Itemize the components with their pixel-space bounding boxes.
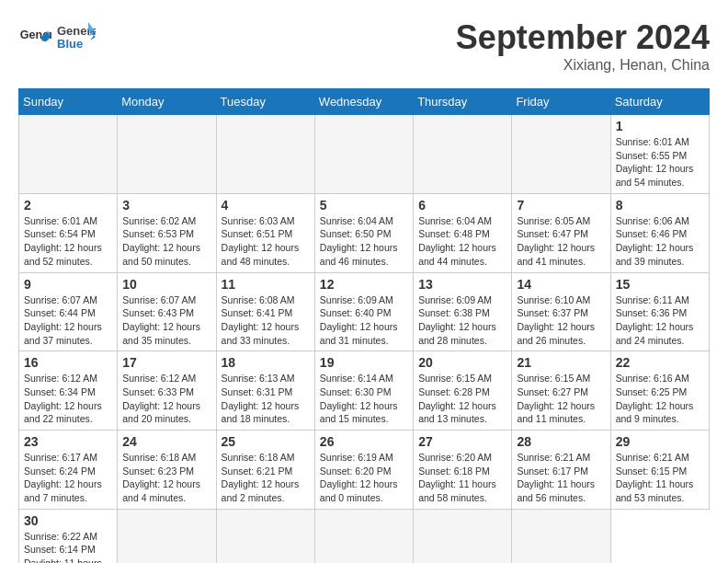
day-info: Sunrise: 6:19 AM Sunset: 6:20 PM Dayligh…: [320, 451, 408, 505]
day-cell-11: 11Sunrise: 6:08 AM Sunset: 6:41 PM Dayli…: [216, 272, 314, 351]
day-cell-4: 4Sunrise: 6:03 AM Sunset: 6:51 PM Daylig…: [216, 193, 314, 272]
day-cell-29: 29Sunrise: 6:21 AM Sunset: 6:15 PM Dayli…: [610, 431, 709, 510]
empty-day-cell: [512, 509, 610, 563]
day-cell-15: 15Sunrise: 6:11 AM Sunset: 6:36 PM Dayli…: [610, 272, 709, 351]
day-number: 1: [616, 119, 704, 133]
day-number: 3: [122, 198, 210, 213]
day-cell-26: 26Sunrise: 6:19 AM Sunset: 6:20 PM Dayli…: [314, 431, 413, 510]
calendar-row: 2Sunrise: 6:01 AM Sunset: 6:54 PM Daylig…: [19, 193, 710, 272]
day-info: Sunrise: 6:02 AM Sunset: 6:53 PM Dayligh…: [122, 214, 210, 269]
day-number: 21: [517, 355, 605, 370]
day-cell-6: 6Sunrise: 6:04 AM Sunset: 6:48 PM Daylig…: [414, 193, 512, 272]
weekday-header-row: SundayMondayTuesdayWednesdayThursdayFrid…: [19, 89, 710, 115]
day-cell-19: 19Sunrise: 6:14 AM Sunset: 6:30 PM Dayli…: [314, 351, 413, 431]
day-number: 4: [222, 198, 310, 213]
day-number: 9: [24, 277, 112, 292]
day-cell-9: 9Sunrise: 6:07 AM Sunset: 6:44 PM Daylig…: [19, 272, 118, 351]
day-info: Sunrise: 6:06 AM Sunset: 6:46 PM Dayligh…: [616, 214, 704, 269]
day-number: 2: [24, 198, 112, 213]
day-info: Sunrise: 6:11 AM Sunset: 6:36 PM Dayligh…: [616, 293, 704, 348]
day-info: Sunrise: 6:01 AM Sunset: 6:54 PM Dayligh…: [24, 214, 112, 269]
day-cell-20: 20Sunrise: 6:15 AM Sunset: 6:28 PM Dayli…: [414, 351, 512, 431]
day-number: 6: [418, 198, 506, 213]
day-info: Sunrise: 6:21 AM Sunset: 6:15 PM Dayligh…: [616, 451, 704, 505]
day-info: Sunrise: 6:07 AM Sunset: 6:44 PM Dayligh…: [24, 293, 112, 348]
weekday-header-tuesday: Tuesday: [216, 89, 314, 115]
day-info: Sunrise: 6:09 AM Sunset: 6:40 PM Dayligh…: [320, 293, 408, 348]
day-info: Sunrise: 6:08 AM Sunset: 6:41 PM Dayligh…: [222, 293, 310, 348]
empty-day-cell: [512, 115, 610, 194]
day-cell-5: 5Sunrise: 6:04 AM Sunset: 6:50 PM Daylig…: [314, 193, 413, 272]
day-cell-24: 24Sunrise: 6:18 AM Sunset: 6:23 PM Dayli…: [118, 431, 216, 510]
calendar-row: 16Sunrise: 6:12 AM Sunset: 6:34 PM Dayli…: [19, 351, 710, 431]
day-number: 24: [122, 434, 210, 449]
day-info: Sunrise: 6:09 AM Sunset: 6:38 PM Dayligh…: [418, 293, 506, 348]
day-cell-1: 1Sunrise: 6:01 AM Sunset: 6:55 PM Daylig…: [610, 115, 709, 194]
day-info: Sunrise: 6:17 AM Sunset: 6:24 PM Dayligh…: [24, 451, 112, 505]
day-info: Sunrise: 6:07 AM Sunset: 6:43 PM Dayligh…: [122, 293, 210, 348]
day-cell-23: 23Sunrise: 6:17 AM Sunset: 6:24 PM Dayli…: [19, 431, 118, 510]
general-blue-logo-svg: General Blue: [55, 18, 96, 59]
logo: General General Blue: [18, 18, 96, 59]
weekday-header-friday: Friday: [512, 89, 610, 115]
day-info: Sunrise: 6:21 AM Sunset: 6:17 PM Dayligh…: [517, 451, 605, 505]
empty-day-cell: [118, 509, 216, 563]
day-info: Sunrise: 6:04 AM Sunset: 6:48 PM Dayligh…: [418, 214, 506, 269]
day-number: 5: [320, 198, 408, 213]
calendar-table: SundayMondayTuesdayWednesdayThursdayFrid…: [18, 88, 710, 563]
day-number: 16: [24, 355, 112, 370]
day-cell-27: 27Sunrise: 6:20 AM Sunset: 6:18 PM Dayli…: [414, 431, 512, 510]
day-info: Sunrise: 6:05 AM Sunset: 6:47 PM Dayligh…: [517, 214, 605, 269]
empty-day-cell: [414, 115, 512, 194]
day-info: Sunrise: 6:12 AM Sunset: 6:33 PM Dayligh…: [122, 372, 210, 426]
weekday-header-wednesday: Wednesday: [314, 89, 413, 115]
day-info: Sunrise: 6:20 AM Sunset: 6:18 PM Dayligh…: [418, 451, 506, 505]
day-cell-16: 16Sunrise: 6:12 AM Sunset: 6:34 PM Dayli…: [19, 351, 118, 431]
calendar-row: 9Sunrise: 6:07 AM Sunset: 6:44 PM Daylig…: [19, 272, 710, 351]
day-number: 25: [222, 434, 310, 449]
day-cell-12: 12Sunrise: 6:09 AM Sunset: 6:40 PM Dayli…: [314, 272, 413, 351]
day-info: Sunrise: 6:12 AM Sunset: 6:34 PM Dayligh…: [24, 372, 112, 426]
weekday-header-saturday: Saturday: [610, 89, 709, 115]
day-cell-10: 10Sunrise: 6:07 AM Sunset: 6:43 PM Dayli…: [118, 272, 216, 351]
month-title: September 2024: [456, 18, 710, 57]
title-area: September 2024 Xixiang, Henan, China: [456, 18, 710, 74]
day-cell-25: 25Sunrise: 6:18 AM Sunset: 6:21 PM Dayli…: [216, 431, 314, 510]
day-cell-28: 28Sunrise: 6:21 AM Sunset: 6:17 PM Dayli…: [512, 431, 610, 510]
location: Xixiang, Henan, China: [456, 57, 710, 74]
day-number: 12: [320, 277, 408, 292]
day-info: Sunrise: 6:22 AM Sunset: 6:14 PM Dayligh…: [24, 530, 112, 563]
empty-day-cell: [216, 115, 314, 194]
calendar-body: 1Sunrise: 6:01 AM Sunset: 6:55 PM Daylig…: [19, 115, 710, 564]
day-number: 13: [418, 277, 506, 292]
day-info: Sunrise: 6:01 AM Sunset: 6:55 PM Dayligh…: [616, 135, 704, 190]
day-info: Sunrise: 6:04 AM Sunset: 6:50 PM Dayligh…: [320, 214, 408, 269]
empty-day-cell: [19, 115, 118, 194]
day-number: 30: [24, 513, 112, 528]
calendar-row: 1Sunrise: 6:01 AM Sunset: 6:55 PM Daylig…: [19, 115, 710, 194]
day-number: 22: [616, 355, 704, 370]
day-number: 19: [320, 355, 408, 370]
day-cell-18: 18Sunrise: 6:13 AM Sunset: 6:31 PM Dayli…: [216, 351, 314, 431]
day-info: Sunrise: 6:14 AM Sunset: 6:30 PM Dayligh…: [320, 372, 408, 426]
day-number: 11: [222, 277, 310, 292]
day-number: 20: [418, 355, 506, 370]
day-number: 14: [517, 277, 605, 292]
day-cell-14: 14Sunrise: 6:10 AM Sunset: 6:37 PM Dayli…: [512, 272, 610, 351]
day-cell-21: 21Sunrise: 6:15 AM Sunset: 6:27 PM Dayli…: [512, 351, 610, 431]
day-number: 15: [616, 277, 704, 292]
day-cell-8: 8Sunrise: 6:06 AM Sunset: 6:46 PM Daylig…: [610, 193, 709, 272]
day-number: 26: [320, 434, 408, 449]
day-number: 7: [517, 198, 605, 213]
day-cell-17: 17Sunrise: 6:12 AM Sunset: 6:33 PM Dayli…: [118, 351, 216, 431]
day-number: 29: [616, 434, 704, 449]
day-number: 27: [418, 434, 506, 449]
day-info: Sunrise: 6:18 AM Sunset: 6:23 PM Dayligh…: [122, 451, 210, 505]
weekday-header-sunday: Sunday: [19, 89, 118, 115]
empty-day-cell: [314, 115, 413, 194]
calendar-row: 30Sunrise: 6:22 AM Sunset: 6:14 PM Dayli…: [19, 509, 710, 563]
day-number: 8: [616, 198, 704, 213]
day-cell-7: 7Sunrise: 6:05 AM Sunset: 6:47 PM Daylig…: [512, 193, 610, 272]
day-info: Sunrise: 6:10 AM Sunset: 6:37 PM Dayligh…: [517, 293, 605, 348]
day-number: 28: [517, 434, 605, 449]
